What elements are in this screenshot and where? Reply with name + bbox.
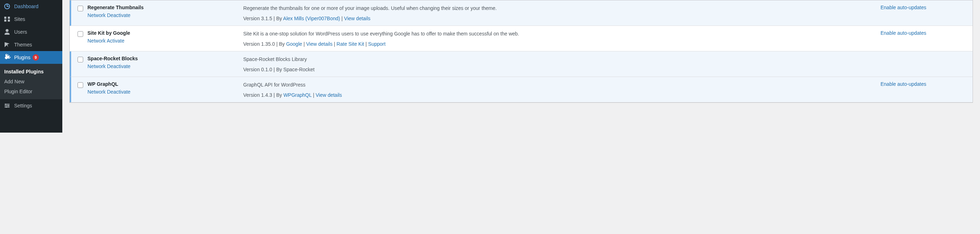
plugin-view-details-link[interactable]: View details: [315, 92, 342, 98]
plugin-author-link[interactable]: Google: [286, 41, 302, 47]
sidebar-item-label: Themes: [14, 42, 32, 48]
sidebar-item-dashboard[interactable]: Dashboard: [0, 0, 62, 13]
plugin-checkbox[interactable]: [78, 82, 83, 88]
plugin-author-link[interactable]: WPGraphQL: [283, 92, 312, 98]
svg-point-1: [8, 105, 9, 106]
sidebar-item-plugins[interactable]: Plugins 9: [0, 51, 62, 64]
sidebar-item-sites[interactable]: Sites: [0, 13, 62, 26]
sites-icon: [3, 16, 11, 23]
plugin-view-details-link[interactable]: View details: [306, 41, 332, 47]
plugin-version-by: Version 1.4.3 | By: [243, 92, 283, 98]
plugin-action-link[interactable]: Network Deactivate: [88, 64, 130, 69]
sidebar-item-label: Dashboard: [14, 3, 38, 9]
plugin-version-by: Version 1.35.0 | By: [243, 41, 286, 47]
plugin-row: Site Kit by Google Network Activate Site…: [70, 26, 972, 51]
submenu-item-plugin-editor[interactable]: Plugin Editor: [0, 87, 62, 96]
plugin-action-link[interactable]: Network Deactivate: [88, 13, 130, 18]
plugins-submenu: Installed Plugins Add New Plugin Editor: [0, 64, 62, 99]
plugin-description: Regenerate the thumbnails for one or mor…: [243, 5, 873, 12]
plugin-checkbox[interactable]: [78, 6, 83, 11]
sidebar-item-label: Sites: [14, 16, 25, 22]
plugins-list: Regenerate Thumbnails Network Deactivate…: [62, 0, 980, 133]
plugin-support-link[interactable]: Support: [368, 41, 385, 47]
plugin-name: WP GraphQL: [88, 81, 236, 87]
plugins-icon: [3, 54, 11, 61]
enable-auto-updates-link[interactable]: Enable auto-updates: [880, 30, 926, 36]
plugin-meta: Version 1.35.0 | By Google | View detail…: [243, 41, 873, 47]
plugin-description: Space-Rocket Blocks Library: [243, 56, 873, 63]
plugin-name: Site Kit by Google: [88, 30, 236, 36]
submenu-item-installed-plugins[interactable]: Installed Plugins: [0, 67, 62, 77]
sidebar-item-themes[interactable]: Themes: [0, 38, 62, 51]
plugin-checkbox[interactable]: [78, 31, 83, 37]
plugin-rate-link[interactable]: Rate Site Kit: [337, 41, 364, 47]
submenu-item-add-new[interactable]: Add New: [0, 77, 62, 87]
sidebar-item-label: Settings: [14, 103, 32, 109]
plugin-meta: Version 1.4.3 | By WPGraphQL | View deta…: [243, 92, 873, 98]
plugin-description: Site Kit is a one-stop solution for Word…: [243, 30, 873, 38]
plugin-row: Regenerate Thumbnails Network Deactivate…: [70, 0, 972, 26]
plugins-update-badge: 9: [33, 54, 39, 61]
plugin-description: GraphQL API for WordPress: [243, 81, 873, 89]
dashboard-icon: [3, 3, 11, 10]
svg-point-0: [5, 104, 6, 105]
themes-icon: [3, 41, 11, 48]
plugin-row: Space-Rocket Blocks Network Deactivate S…: [70, 51, 972, 77]
plugin-name: Space-Rocket Blocks: [88, 56, 236, 61]
svg-point-2: [6, 107, 7, 108]
plugin-author-link[interactable]: Alex Mills (Viper007Bond): [283, 16, 340, 21]
plugin-action-link[interactable]: Network Deactivate: [88, 89, 130, 95]
plugin-version-by: Version 0.1.0 | By Space-Rocket: [243, 67, 314, 72]
settings-icon: [3, 102, 11, 109]
plugin-meta: Version 3.1.5 | By Alex Mills (Viper007B…: [243, 16, 873, 21]
plugin-version-by: Version 3.1.5 | By: [243, 16, 283, 21]
plugin-action-link[interactable]: Network Activate: [88, 38, 124, 43]
plugin-meta: Version 0.1.0 | By Space-Rocket: [243, 67, 873, 72]
plugin-name: Regenerate Thumbnails: [88, 5, 236, 10]
admin-sidebar: Dashboard Sites Users Themes Plugins: [0, 0, 62, 133]
sidebar-item-label: Users: [14, 29, 27, 35]
plugin-row: WP GraphQL Network Deactivate GraphQL AP…: [70, 77, 972, 103]
enable-auto-updates-link[interactable]: Enable auto-updates: [880, 5, 926, 10]
sidebar-item-label: Plugins: [14, 54, 30, 60]
sidebar-item-settings[interactable]: Settings: [0, 99, 62, 112]
sidebar-item-users[interactable]: Users: [0, 26, 62, 38]
plugin-checkbox[interactable]: [78, 57, 83, 63]
plugin-view-details-link[interactable]: View details: [344, 16, 370, 21]
users-icon: [3, 28, 11, 35]
enable-auto-updates-link[interactable]: Enable auto-updates: [880, 81, 926, 87]
